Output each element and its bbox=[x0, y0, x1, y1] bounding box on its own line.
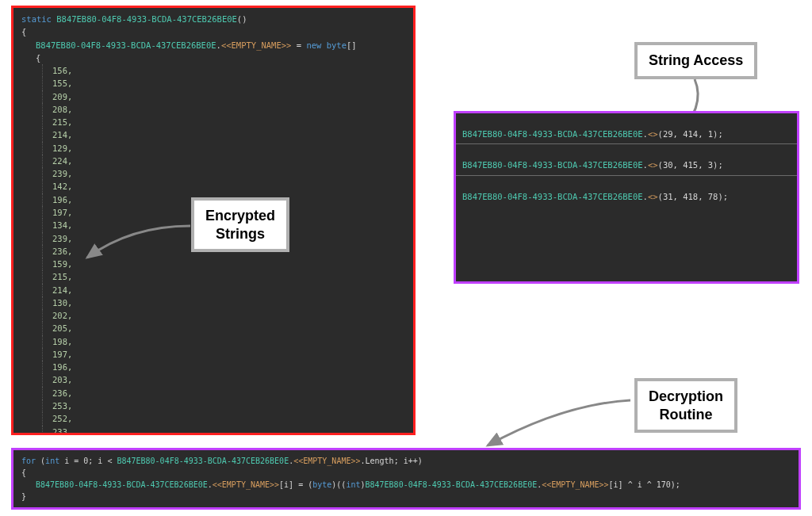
byte-value: 236, bbox=[42, 387, 405, 399]
string-access-label: String Access bbox=[634, 42, 757, 79]
byte-value: 252, bbox=[42, 412, 405, 425]
byte-value: 130, bbox=[42, 296, 405, 309]
byte-value: 196, bbox=[42, 361, 405, 373]
byte-value: 129, bbox=[42, 142, 405, 155]
byte-value: 155, bbox=[42, 77, 405, 90]
byte-value: 197, bbox=[42, 348, 405, 361]
byte-value: 156, bbox=[42, 64, 405, 77]
byte-value: 224, bbox=[42, 155, 405, 167]
byte-value: 209, bbox=[42, 90, 405, 103]
inner-open-brace: { bbox=[21, 52, 405, 64]
code-line-signature: static B847EB80-04F8-4933-BCDA-437CEB26B… bbox=[21, 13, 405, 25]
string-access-row: B847EB80-04F8-4933-BCDA-437CEB26BE0E.<>(… bbox=[456, 144, 797, 175]
byte-value: 214, bbox=[42, 284, 405, 296]
byte-value: 198, bbox=[42, 335, 405, 348]
loop-body: B847EB80-04F8-4933-BCDA-437CEB26BE0E.<<E… bbox=[21, 479, 791, 491]
string-access-row: B847EB80-04F8-4933-BCDA-437CEB26BE0E.<>(… bbox=[456, 176, 797, 206]
loop-open-brace: { bbox=[21, 467, 791, 479]
string-access-panel: B847EB80-04F8-4933-BCDA-437CEB26BE0E.<>(… bbox=[454, 111, 799, 284]
for-loop-line: for (int i = 0; i < B847EB80-04F8-4933-B… bbox=[21, 455, 791, 467]
encrypted-strings-label: Encrypted Strings bbox=[191, 197, 289, 252]
loop-close-brace: } bbox=[21, 491, 791, 503]
class-name: B847EB80-04F8-4933-BCDA-437CEB26BE0E bbox=[56, 14, 237, 24]
assignment-line: B847EB80-04F8-4933-BCDA-437CEB26BE0E.<<E… bbox=[21, 39, 405, 52]
keyword-static: static bbox=[21, 14, 52, 24]
byte-value: 205, bbox=[42, 322, 405, 334]
byte-value: 215, bbox=[42, 116, 405, 128]
byte-value: 214, bbox=[42, 128, 405, 141]
byte-value: 233, bbox=[42, 426, 405, 436]
byte-value: 208, bbox=[42, 103, 405, 116]
byte-value: 253, bbox=[42, 399, 405, 412]
decryption-routine-panel: for (int i = 0; i < B847EB80-04F8-4933-B… bbox=[11, 448, 801, 510]
string-access-row: B847EB80-04F8-4933-BCDA-437CEB26BE0E.<>(… bbox=[456, 113, 797, 144]
open-brace: { bbox=[21, 25, 405, 38]
byte-value: 203, bbox=[42, 373, 405, 386]
byte-value: 142, bbox=[42, 180, 405, 193]
byte-value: 159, bbox=[42, 258, 405, 270]
byte-value: 215, bbox=[42, 270, 405, 283]
byte-value: 239, bbox=[42, 167, 405, 180]
decryption-routine-label: Decryption Routine bbox=[634, 378, 737, 433]
byte-value: 202, bbox=[42, 309, 405, 322]
